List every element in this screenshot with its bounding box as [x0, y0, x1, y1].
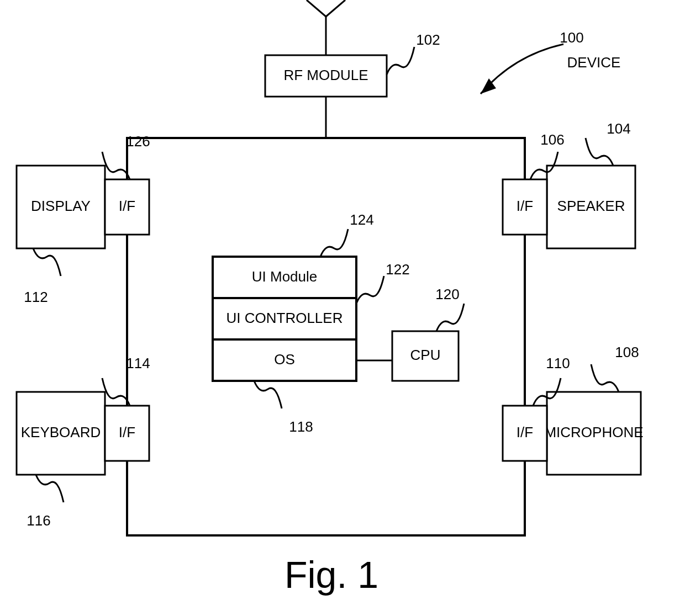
svg-line-1: [307, 0, 326, 17]
ui-controller-label: UI CONTROLLER: [226, 310, 343, 326]
keyboard-leader: [36, 475, 64, 502]
microphone-leader: [591, 364, 619, 392]
if-keyboard-ref: 114: [126, 355, 150, 371]
microphone-label: MICROPHONE: [544, 424, 643, 440]
if-mic-label: I/F: [517, 424, 533, 440]
if-mic-ref: 110: [546, 355, 570, 371]
cpu-label: CPU: [410, 347, 441, 363]
if-speaker-ref: 106: [540, 131, 564, 148]
rf-module-label: RF MODULE: [283, 67, 368, 83]
display-ref: 112: [24, 289, 48, 305]
ui-module-ref: 124: [350, 211, 373, 228]
svg-line-2: [326, 0, 345, 17]
speaker-label: SPEAKER: [557, 198, 625, 214]
antenna-icon: [307, 0, 345, 55]
os-label: OS: [274, 351, 295, 368]
device-ref: 100: [560, 29, 583, 46]
display-label: DISPLAY: [31, 198, 91, 214]
if-speaker-label: I/F: [517, 198, 533, 214]
figure-caption: Fig. 1: [284, 554, 378, 596]
os-ref: 118: [289, 418, 313, 435]
keyboard-label: KEYBOARD: [21, 424, 101, 440]
if-display-label: I/F: [119, 198, 135, 214]
device-label: DEVICE: [567, 54, 621, 71]
speaker-leader: [586, 138, 613, 166]
if-keyboard-label: I/F: [119, 424, 135, 440]
microphone-ref: 108: [615, 344, 639, 360]
display-leader: [33, 248, 61, 276]
ui-controller-ref: 122: [386, 261, 409, 278]
device-pointer: [481, 44, 563, 94]
if-keyboard-leader: [102, 378, 130, 406]
cpu-ref: 120: [435, 286, 459, 302]
ui-module-label: UI Module: [252, 268, 318, 285]
block-diagram: RF MODULE 102 100 DEVICE DISPLAY 112 I/F…: [0, 0, 685, 616]
rf-ref: 102: [416, 31, 440, 48]
if-display-ref: 126: [126, 133, 150, 150]
rf-leader: [387, 47, 414, 75]
keyboard-ref: 116: [27, 512, 50, 529]
if-display-leader: [102, 152, 130, 179]
speaker-ref: 104: [607, 120, 630, 137]
